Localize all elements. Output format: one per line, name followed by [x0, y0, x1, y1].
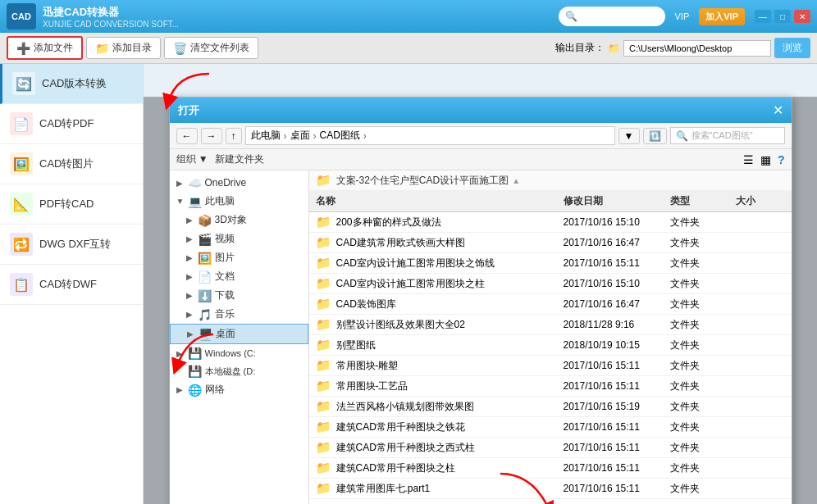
tree-item-pictures[interactable]: ▶ 🖼️ 图片	[170, 248, 308, 267]
tree-item-network[interactable]: ▶ 🌐 网络	[170, 380, 308, 399]
sidebar-label-cad-image: CAD转图片	[39, 157, 94, 171]
sidebar-item-dwg-dxf[interactable]: 🔁 DWG DXF互转	[0, 225, 143, 265]
folder-icon: 📁	[316, 461, 331, 475]
nav-up-button[interactable]: ↑	[226, 128, 242, 144]
tree-item-documents[interactable]: ▶ 📄 文档	[170, 267, 308, 286]
add-folder-button[interactable]: 📁 添加目录	[86, 37, 161, 59]
list-item[interactable]: 📁CAD装饰图库 2017/10/16 16:47 文件夹	[309, 294, 792, 315]
help-button[interactable]: ?	[778, 153, 785, 166]
expand-path-button[interactable]: ▼	[618, 128, 640, 144]
dialog-title: 打开	[178, 103, 199, 118]
file-dialog: 打开 ✕ ← → ↑ 此电脑 › 桌面 › CAD图纸 › ▼ 🔃	[169, 97, 792, 504]
sidebar-item-cad-pdf[interactable]: 📄 CAD转PDF	[0, 104, 143, 144]
dialog-close-button[interactable]: ✕	[773, 102, 783, 118]
minimize-button[interactable]: —	[755, 10, 771, 23]
list-item[interactable]: 📁别墅图纸 2018/10/19 10:15 文件夹	[309, 335, 792, 356]
cad-image-icon: 🖼️	[10, 152, 33, 175]
sidebar-item-cad-convert[interactable]: 🔄 CAD版本转换	[0, 64, 143, 104]
file-list-header: 名称 修改日期 类型 大小	[309, 191, 792, 212]
tree-item-video[interactable]: ▶ 🎬 视频	[170, 229, 308, 248]
folder-icon: 📁	[316, 276, 331, 291]
browse-button[interactable]: 浏览	[774, 38, 810, 58]
clear-list-button[interactable]: 🗑️ 清空文件列表	[164, 37, 258, 59]
folder-icon: 📁	[316, 420, 331, 434]
organize-button[interactable]: 组织 ▼	[176, 152, 208, 166]
tree-item-desktop[interactable]: ▶ 🖥️ 桌面	[170, 324, 308, 344]
join-vip-button[interactable]: 加入VIP	[699, 8, 745, 25]
list-item[interactable]: 📁建筑常用图库七.part1 2017/10/16 15:11 文件夹	[309, 479, 792, 499]
folder-icon: 📁	[316, 358, 331, 373]
tree-item-pc[interactable]: ▼ 💻 此电脑	[170, 192, 308, 211]
folder-icon: 📁	[316, 399, 331, 414]
refresh-button[interactable]: 🔃	[643, 128, 667, 144]
maximize-button[interactable]: □	[774, 10, 791, 23]
sidebar: 🔄 CAD版本转换 📄 CAD转PDF 🖼️ CAD转图片 📐 PDF转CAD …	[0, 64, 144, 504]
folder-icon: 📁	[316, 317, 331, 332]
col-size-header: 大小	[736, 194, 785, 208]
folder-icon: 📁	[316, 235, 331, 250]
dialog-content: ▶ ☁️ OneDrive ▼ 💻 此电脑 ▶ 📦 3D对象	[170, 170, 792, 504]
list-item[interactable]: 📁建筑常用图库七.part2 2017/10/16 15:11 文件夹	[309, 499, 792, 504]
col-name-header: 名称	[316, 194, 564, 208]
list-item[interactable]: 📁常用图块-工艺品 2017/10/16 15:11 文件夹	[309, 376, 792, 397]
list-item[interactable]: 📁别墅设计图纸及效果图大全02 2018/11/28 9:16 文件夹	[309, 315, 792, 335]
title-search-bar: 🔍	[559, 7, 665, 26]
view-toggle-button[interactable]: ☰	[743, 153, 754, 166]
scroll-indicator: ▲	[512, 176, 520, 185]
dialog-toolbar: 组织 ▼ 新建文件夹 ☰ ▦ ?	[170, 149, 792, 170]
list-item[interactable]: 📁常用图块-雕塑 2017/10/16 15:11 文件夹	[309, 356, 792, 376]
app-title: 迅捷CAD转换器	[43, 5, 179, 20]
output-dir-section: 输出目录： 📁 C:\Users\Mloong\Desktop 浏览	[555, 38, 810, 58]
dialog-title-bar: 打开 ✕	[170, 98, 792, 123]
add-file-button[interactable]: ➕ 添加文件	[7, 36, 83, 60]
tree-item-downloads[interactable]: ▶ ⬇️ 下载	[170, 286, 308, 305]
folder-icon-sm: 📁	[608, 43, 620, 54]
list-item[interactable]: 📁200多种窗的样式及做法 2017/10/16 15:10 文件夹	[309, 212, 792, 233]
main-area: 🔄 CAD版本转换 📄 CAD转PDF 🖼️ CAD转图片 📐 PDF转CAD …	[0, 64, 817, 504]
app-logo: CAD	[7, 3, 36, 30]
list-item[interactable]: 📁CAD室内设计施工图常用图块之饰线 2017/10/16 15:11 文件夹	[309, 253, 792, 274]
breadcrumb-pc: 此电脑	[251, 129, 281, 143]
folder-icon: 📁	[316, 297, 331, 311]
breadcrumb-cad: CAD图纸	[320, 129, 360, 143]
output-path-text: C:\Users\Mloong\Desktop	[623, 40, 771, 57]
folder-icon: 📁	[316, 481, 331, 496]
sidebar-item-pdf-cad[interactable]: 📐 PDF转CAD	[0, 184, 143, 225]
tree-item-music[interactable]: ▶ 🎵 音乐	[170, 305, 308, 324]
tree-item-3d[interactable]: ▶ 📦 3D对象	[170, 211, 308, 229]
parent-folder-row: 📁 文案-32个住宅户型CAD设计平面施工图 ▲	[309, 170, 792, 191]
list-item[interactable]: 📁建筑CAD常用千种图块之铁花 2017/10/16 15:11 文件夹	[309, 417, 792, 438]
sidebar-label-pdf-cad: PDF转CAD	[39, 197, 94, 211]
pdf-cad-icon: 📐	[10, 193, 33, 216]
view-details-button[interactable]: ▦	[760, 153, 771, 166]
list-item[interactable]: 📁建筑CAD常用千种图块之西式柱 2017/10/16 15:11 文件夹	[309, 438, 792, 458]
list-item[interactable]: 📁CAD建筑常用欧式铁画大样图 2017/10/16 16:47 文件夹	[309, 233, 792, 253]
folder-icon: 📁	[316, 338, 331, 352]
search-placeholder: 搜索"CAD图纸"	[691, 129, 753, 142]
tree-item-windows-c[interactable]: ▶ 💾 Windows (C:	[170, 344, 308, 362]
cad-convert-icon: 🔄	[12, 72, 35, 95]
list-item[interactable]: 📁CAD室内设计施工图常用图块之柱 2017/10/16 15:10 文件夹	[309, 274, 792, 294]
search-icon: 🔍	[676, 130, 688, 142]
list-item[interactable]: 📁建筑CAD常用千种图块之柱 2017/10/16 15:11 文件夹	[309, 458, 792, 479]
list-item[interactable]: 📁法兰西风格小镇规划图带效果图 2017/10/16 15:19 文件夹	[309, 397, 792, 417]
sidebar-label-cad-pdf: CAD转PDF	[39, 116, 94, 131]
main-toolbar: ➕ 添加文件 📁 添加目录 🗑️ 清空文件列表 输出目录： 📁 C:\Users…	[0, 33, 817, 64]
breadcrumb-desktop: 桌面	[290, 129, 310, 143]
folder-icon: 📁	[316, 379, 331, 393]
nav-back-button[interactable]: ←	[176, 128, 198, 144]
dwg-dxf-icon: 🔁	[10, 233, 33, 256]
vip-label: VIP	[675, 11, 690, 21]
sidebar-label-cad-dwf: CAD转DWF	[39, 277, 97, 292]
app-subtitle: XUNJIE CAD CONVERSION SOFT...	[43, 20, 179, 29]
plus-icon: ➕	[16, 42, 30, 55]
nav-forward-button[interactable]: →	[201, 128, 222, 144]
tree-item-local-d[interactable]: 💾 本地磁盘 (D:	[170, 362, 308, 380]
close-button[interactable]: ✕	[794, 10, 810, 23]
sidebar-item-cad-dwf[interactable]: 📋 CAD转DWF	[0, 265, 143, 305]
parent-folder-name: 文案-32个住宅户型CAD设计平面施工图	[336, 174, 509, 188]
sidebar-label-cad-convert: CAD版本转换	[42, 76, 107, 91]
tree-item-onedrive[interactable]: ▶ ☁️ OneDrive	[170, 174, 308, 192]
sidebar-item-cad-image[interactable]: 🖼️ CAD转图片	[0, 144, 143, 184]
new-folder-button[interactable]: 新建文件夹	[215, 152, 264, 166]
